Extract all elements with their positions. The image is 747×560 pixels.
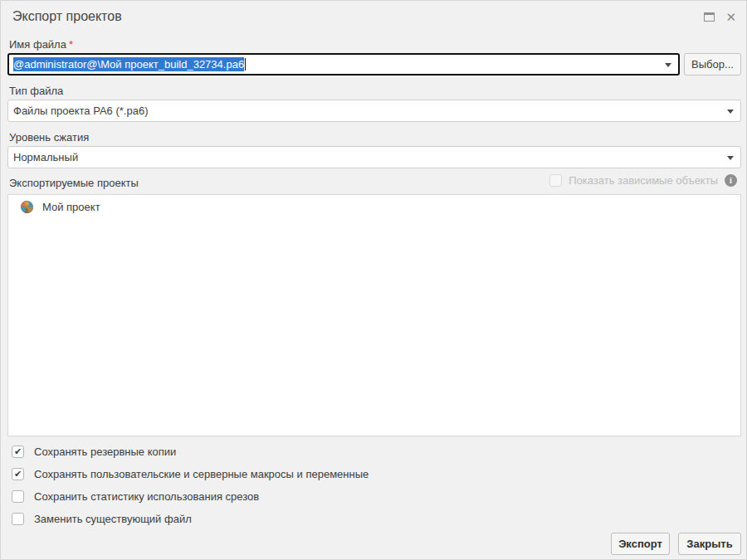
chevron-down-icon[interactable] [665,63,671,67]
dialog-title: Экспорт проектов [12,9,122,24]
browse-button[interactable]: Выбор... [684,53,741,75]
chevron-down-icon [727,110,734,114]
option-backup-copies[interactable]: ✔ Сохранять резервные копии [12,446,176,458]
option-save-macros[interactable]: ✔ Сохранять пользовательские и серверные… [12,468,369,480]
file-type-select[interactable]: Файлы проекта РА6 (*.pa6) [7,100,741,122]
option-label: Заменить существующий файл [34,513,192,525]
projects-list[interactable]: Мой проект [7,194,741,436]
checkbox[interactable]: ✔ [12,446,24,458]
export-projects-dialog: Экспорт проектов ✕ Имя файла* @administr… [0,0,747,560]
projects-label: Экспортируемые проекты [9,177,139,189]
compression-select[interactable]: Нормальный [7,146,741,168]
file-name-label: Имя файла* [9,38,73,51]
checkbox[interactable]: ✔ [12,513,24,525]
file-name-label-text: Имя файла [9,38,66,51]
show-dependent-label: Показать зависимые объекты [569,174,718,187]
window-controls: ✕ [704,11,736,23]
project-icon [20,200,34,214]
checkbox[interactable]: ✔ [12,468,24,480]
file-name-value: @administrator@\Мой проект_build_32734.p… [13,57,244,71]
close-icon[interactable]: ✕ [725,11,736,23]
compression-label: Уровень сжатия [9,131,89,144]
option-label: Сохранить статистику использования срезо… [34,490,259,503]
maximize-icon[interactable] [704,12,715,22]
info-icon[interactable]: i [725,174,737,187]
option-replace-file[interactable]: ✔ Заменить существующий файл [12,513,192,525]
show-dependent-row: ✔ Показать зависимые объекты i [549,174,737,187]
file-type-label: Тип файла [9,85,63,97]
compression-value: Нормальный [13,151,78,163]
checkbox[interactable]: ✔ [12,490,24,503]
text-caret [245,58,246,71]
file-type-value: Файлы проекта РА6 (*.pa6) [13,105,148,117]
required-asterisk: * [69,38,73,51]
close-button[interactable]: Закрыть [678,533,741,555]
option-label: Сохранять резервные копии [34,446,176,458]
export-button[interactable]: Экспорт [611,533,670,555]
list-item[interactable]: Мой проект [8,195,740,218]
option-slice-stats[interactable]: ✔ Сохранить статистику использования сре… [12,490,259,503]
show-dependent-checkbox: ✔ [549,174,562,187]
project-name: Мой проект [42,201,100,213]
option-label: Сохранять пользовательские и серверные м… [34,468,369,480]
file-name-input[interactable]: @administrator@\Мой проект_build_32734.p… [7,53,680,75]
chevron-down-icon [727,156,734,160]
